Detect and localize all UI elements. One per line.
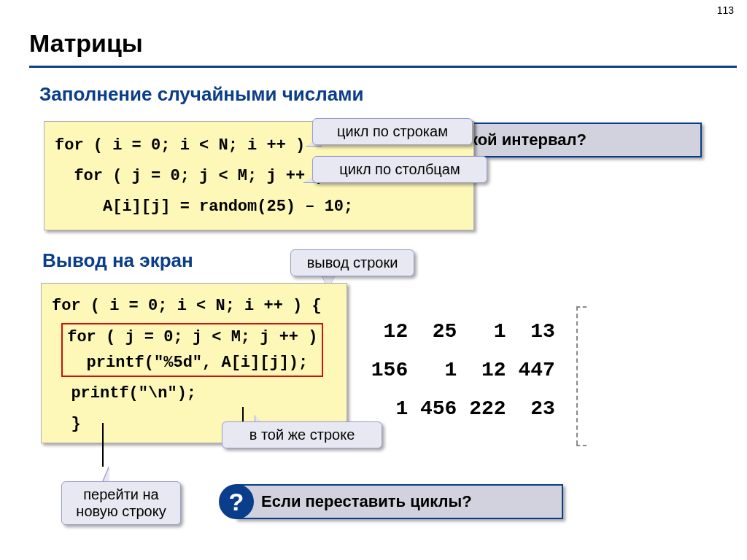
code-line: A[i][j] = random(25) – 10; [55,198,353,216]
matrix-output: 12 25 1 13 156 1 12 447 1 456 222 23 [359,312,555,429]
code-line: for ( j = 0; j < M; j ++ ) [67,328,317,346]
section-heading-output: Вывод на экран [42,249,193,272]
matrix-row: 12 25 1 13 [359,320,555,343]
callout-newline: перейти на новую строку [61,481,181,525]
matrix-bracket [576,445,587,446]
code-line: printf("\n"); [52,384,196,402]
connector-line [242,407,244,421]
code-line: for ( i = 0; i < N; i ++ ) [55,136,305,155]
code-line: for ( j = 0; j < M; j ++ ) [55,167,325,185]
matrix-row: 156 1 12 447 [359,359,555,381]
question-swap-label: Если переставить циклы? [261,492,485,511]
callout-rows-loop: цикл по строкам [312,118,473,145]
callout-cols-loop: цикл по столбцам [312,156,487,183]
code-line: printf("%5d", A[i][j]); [67,354,308,372]
callout-same-line: в той же строке [222,421,382,448]
code-line: for ( i = 0; i < N; i ++ ) { [52,297,322,315]
title-underline [29,66,737,68]
matrix-bracket [576,306,578,445]
question-swap-box: ? Если переставить циклы? [235,484,563,519]
page-number: 113 [717,4,734,16]
question-mark-icon: ? [219,484,254,519]
callout-output-row: вывод строки [290,249,414,276]
page-title: Матрицы [29,29,143,58]
connector-line [102,423,104,467]
code-block-output: for ( i = 0; i < N; i ++ ) { for ( j = 0… [41,283,347,443]
code-line: } [52,415,81,433]
section-heading-fill: Заполнение случайными числами [39,83,363,106]
highlighted-inner-loop: for ( j = 0; j < M; j ++ ) printf("%5d",… [61,323,323,377]
matrix-bracket [576,306,587,308]
matrix-row: 1 456 222 23 [359,397,555,420]
